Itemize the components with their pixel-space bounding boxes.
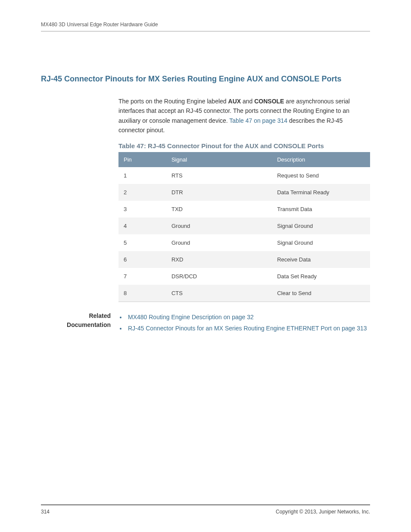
table-row: 7 DSR/DCD Data Set Ready: [118, 268, 370, 285]
table-row: 4 Ground Signal Ground: [118, 218, 370, 234]
table-row: 5 Ground Signal Ground: [118, 234, 370, 251]
related-documentation-list: MX480 Routing Engine Description on page…: [118, 311, 370, 334]
intro-text: The ports on the Routing Engine labeled: [118, 98, 228, 105]
cell-description: Signal Ground: [272, 218, 370, 234]
cell-pin: 1: [118, 167, 166, 184]
cell-pin: 4: [118, 218, 166, 234]
section-title: RJ-45 Connector Pinouts for MX Series Ro…: [41, 75, 370, 84]
running-header: MX480 3D Universal Edge Router Hardware …: [41, 22, 370, 31]
cell-signal: DTR: [166, 184, 272, 201]
page-number: 314: [41, 509, 50, 515]
page-footer: 314 Copyright © 2013, Juniper Networks, …: [41, 504, 370, 515]
cell-signal: Ground: [166, 234, 272, 251]
cell-pin: 7: [118, 268, 166, 285]
cell-description: Data Terminal Ready: [272, 184, 370, 201]
table-row: 3 TXD Transmit Data: [118, 201, 370, 218]
related-link[interactable]: MX480 Routing Engine Description on page…: [126, 311, 370, 323]
cell-description: Transmit Data: [272, 201, 370, 218]
table-caption: Table 47: RJ-45 Connector Pinout for the…: [118, 142, 370, 149]
cell-signal: TXD: [166, 201, 272, 218]
table-row: 2 DTR Data Terminal Ready: [118, 184, 370, 201]
cell-description: Request to Send: [272, 167, 370, 184]
related-label-line: Documentation: [67, 321, 111, 328]
related-documentation-label: Related Documentation: [41, 311, 118, 334]
cell-signal: RXD: [166, 251, 272, 268]
intro-text: and: [241, 98, 254, 105]
cell-signal: RTS: [166, 167, 272, 184]
intro-paragraph: The ports on the Routing Engine labeled …: [118, 96, 370, 135]
pinout-table: Pin Signal Description 1 RTS Request to …: [118, 152, 370, 302]
cell-description: Receive Data: [272, 251, 370, 268]
table-row: 1 RTS Request to Send: [118, 167, 370, 184]
cell-pin: 3: [118, 201, 166, 218]
cell-pin: 8: [118, 285, 166, 302]
th-pin: Pin: [118, 152, 166, 167]
cell-signal: Ground: [166, 218, 272, 234]
th-signal: Signal: [166, 152, 272, 167]
related-label-line: Related: [89, 312, 111, 319]
copyright: Copyright © 2013, Juniper Networks, Inc.: [276, 509, 370, 515]
table-ref-link[interactable]: Table 47 on page 314: [229, 117, 287, 124]
cell-pin: 2: [118, 184, 166, 201]
related-link[interactable]: RJ-45 Connector Pinouts for an MX Series…: [126, 323, 370, 334]
cell-description: Clear to Send: [272, 285, 370, 302]
cell-description: Signal Ground: [272, 234, 370, 251]
intro-bold-console: CONSOLE: [254, 98, 284, 105]
table-header-row: Pin Signal Description: [118, 152, 370, 167]
intro-bold-aux: AUX: [228, 98, 241, 105]
table-row: 6 RXD Receive Data: [118, 251, 370, 268]
table-row: 8 CTS Clear to Send: [118, 285, 370, 302]
cell-signal: DSR/DCD: [166, 268, 272, 285]
cell-pin: 5: [118, 234, 166, 251]
cell-pin: 6: [118, 251, 166, 268]
cell-signal: CTS: [166, 285, 272, 302]
cell-description: Data Set Ready: [272, 268, 370, 285]
th-description: Description: [272, 152, 370, 167]
